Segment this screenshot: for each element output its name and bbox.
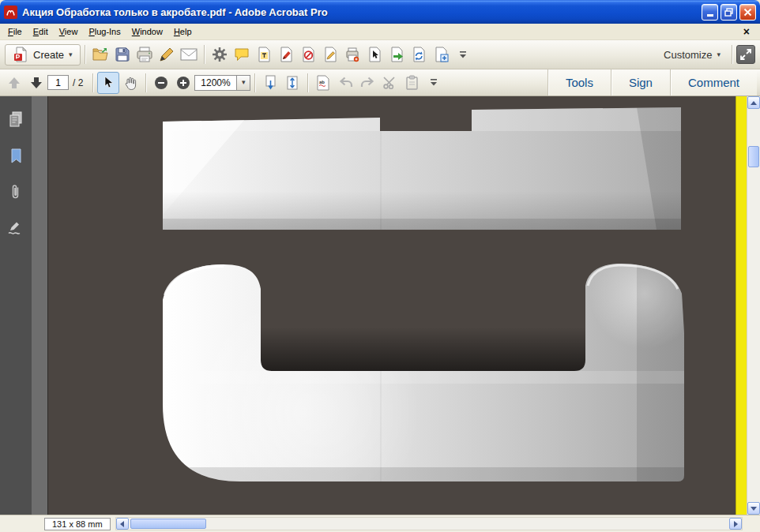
menu-file[interactable]: File [2,24,28,39]
next-page-button[interactable] [25,72,47,94]
separator [732,45,732,64]
navigation-toolbar: / 2 1200% ▾ ab [0,69,760,96]
chevron-down-icon: ▾ [69,51,73,58]
up-arrow-icon [751,101,757,105]
zoom-level-value[interactable]: 1200% [194,75,237,91]
doc-export-icon [389,47,404,62]
edit-document-button[interactable] [319,43,341,66]
document-area [32,96,747,515]
sign-pen-button[interactable] [156,43,178,66]
chevron-down-icon: ▾ [717,51,720,58]
doc-add-icon [433,47,449,62]
insert-pages-button[interactable] [430,43,452,66]
print-production-button[interactable] [341,43,363,66]
vertical-scrollbar[interactable] [747,96,760,515]
down-arrow-icon [751,507,757,511]
scrolling-mode-button[interactable] [259,72,281,94]
tab-sign[interactable]: Sign [611,69,670,96]
close-icon [743,8,752,17]
more-commands-button[interactable] [423,72,445,94]
menu-view[interactable]: View [54,24,84,39]
restore-button[interactable] [720,4,737,21]
navigation-pane [0,96,32,515]
scroll-up-button[interactable] [747,96,760,109]
document-content [48,96,736,515]
bookmarks-button[interactable] [4,144,28,167]
fit-page-button[interactable] [281,72,303,94]
up-arrow-icon [7,76,21,90]
preferences-button[interactable] [209,43,231,66]
document-page[interactable] [47,96,747,515]
redo-button[interactable] [356,72,378,94]
scroll-right-button[interactable] [729,518,742,530]
clipboard-icon [405,75,419,90]
previous-page-button[interactable] [3,72,25,94]
page-count-label: / 2 [73,77,83,88]
doc-pencil-icon [322,47,338,62]
cut-button[interactable] [378,72,401,94]
close-document-icon[interactable]: × [736,26,758,37]
more-tools-button[interactable] [452,43,474,66]
save-button[interactable] [111,43,134,66]
plus-circle-icon [176,76,190,90]
hand-tool-button[interactable] [119,72,141,94]
svg-text:ab: ab [319,80,325,84]
status-bar: 131 x 88 mm [0,515,760,532]
zoom-dropdown-button[interactable]: ▾ [237,75,250,91]
doc-cursor-icon [367,47,382,62]
vertical-scroll-thumb[interactable] [748,146,759,167]
menu-help[interactable]: Help [168,24,198,39]
separator [85,45,85,64]
select-tool-button[interactable] [97,72,119,94]
separator [92,73,93,92]
comment-button[interactable] [231,43,253,66]
customize-button[interactable]: Customize ▾ [657,46,728,64]
minimize-button[interactable] [702,4,718,21]
menu-window[interactable]: Window [126,24,168,39]
menu-plugins[interactable]: Plug-Ins [83,24,126,39]
fit-page-icon [285,75,299,91]
create-pdf-icon [13,47,28,62]
select-object-button[interactable] [363,43,386,66]
action-wizard-button[interactable] [408,43,430,66]
add-text-button[interactable] [253,43,275,66]
signatures-button[interactable] [4,216,28,240]
scroll-left-button[interactable] [116,518,129,530]
fill-sign-button[interactable] [275,43,297,66]
tab-tools[interactable]: Tools [547,69,611,96]
read-mode-button[interactable] [736,45,755,64]
acrobat-app-icon [4,6,17,19]
pages-icon [8,111,24,128]
scroll-down-button[interactable] [747,502,760,515]
statusbar-corner [743,517,760,530]
create-button[interactable]: Create ▾ [5,44,81,66]
email-button[interactable] [178,43,200,66]
main-area [0,96,760,515]
envelope-icon [180,48,198,61]
yellow-edge-strip [736,96,747,515]
page-number-input[interactable] [47,75,69,90]
undo-button[interactable] [334,72,356,94]
zoom-in-button[interactable] [172,72,194,94]
menu-edit[interactable]: Edit [28,24,54,39]
page-thumbnails-button[interactable] [4,107,28,131]
tab-comment[interactable]: Comment [670,69,757,96]
horizontal-scroll-thumb[interactable] [130,519,206,529]
hand-icon [124,76,137,90]
separator [204,45,205,64]
attachments-button[interactable] [4,180,28,204]
print-button[interactable] [134,43,156,66]
spell-check-button[interactable]: ab [312,72,334,94]
close-button[interactable] [739,4,756,21]
acrobat-window: Акция Обработка только в акробате.pdf - … [0,0,760,532]
open-file-button[interactable] [89,43,111,66]
zoom-out-button[interactable] [150,72,172,94]
separator [145,73,146,92]
redact-button[interactable] [297,43,319,66]
separator [254,73,255,92]
chevron-down-icon: ▾ [242,79,246,86]
paste-button[interactable] [401,72,423,94]
export-button[interactable] [386,43,408,66]
horizontal-scrollbar[interactable] [115,517,743,530]
doc-sync-icon [411,47,427,62]
